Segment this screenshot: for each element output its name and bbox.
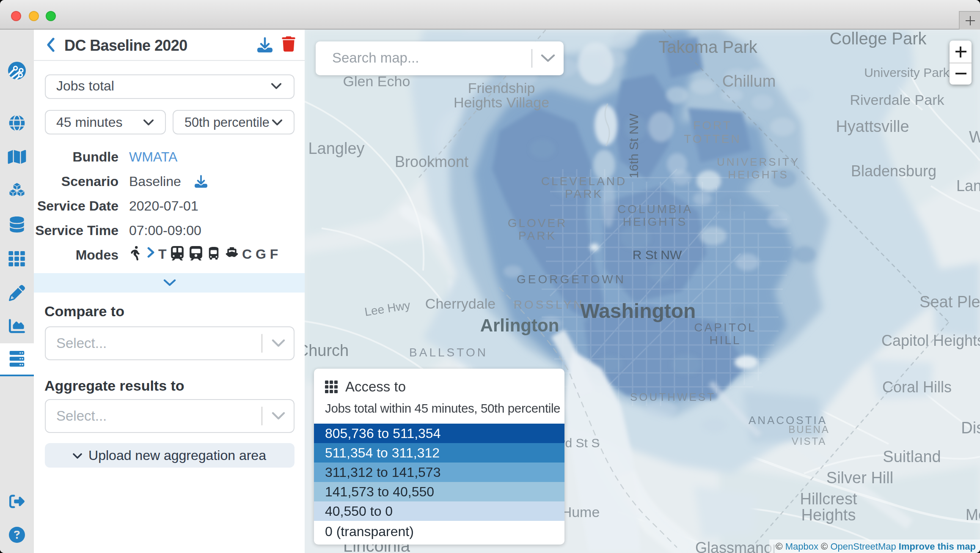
svg-text:GLOVER: GLOVER	[508, 216, 567, 230]
svg-text:HILL: HILL	[709, 334, 741, 347]
svg-text:16th St NW: 16th St NW	[627, 113, 641, 178]
svg-text:Glen Echo: Glen Echo	[343, 73, 410, 89]
svg-text:Land: Land	[956, 177, 980, 194]
svg-text:CAPITOL: CAPITOL	[694, 321, 756, 334]
svg-text:BUENA: BUENA	[788, 424, 830, 435]
svg-text:Cherrydale: Cherrydale	[425, 296, 496, 312]
svg-text:Riverdale Park: Riverdale Park	[850, 92, 945, 108]
svg-text:Brookmont: Brookmont	[395, 153, 468, 170]
svg-text:TOTTEN: TOTTEN	[684, 132, 741, 145]
svg-text:R St NW: R St NW	[633, 248, 682, 262]
svg-text:COLUMBIA: COLUMBIA	[617, 203, 693, 216]
svg-text:HEIGHTS: HEIGHTS	[728, 168, 789, 181]
svg-text:SOUTHWEST: SOUTHWEST	[630, 391, 716, 403]
svg-text:GEORGETOWN: GEORGETOWN	[517, 273, 626, 286]
svg-text:Suitland: Suitland	[883, 448, 941, 465]
svg-text:Church: Church	[305, 342, 349, 359]
svg-text:Takoma Park: Takoma Park	[658, 38, 757, 56]
svg-text:UNIVERSITY: UNIVERSITY	[717, 156, 800, 168]
svg-text:Arlington: Arlington	[480, 315, 559, 335]
svg-text:W: W	[969, 128, 980, 146]
svg-text:VISTA: VISTA	[792, 435, 827, 447]
svg-text:Bladensburg: Bladensburg	[851, 162, 936, 180]
svg-text:Dist: Dist	[961, 419, 980, 437]
svg-text:PARK: PARK	[518, 229, 556, 242]
svg-text:College Park: College Park	[829, 30, 927, 48]
svg-text:Coral Hills: Coral Hills	[882, 378, 952, 396]
svg-text:BALLSTON: BALLSTON	[409, 346, 488, 359]
svg-text:Glassmanor: Glassmanor	[695, 539, 777, 553]
svg-text:Mo: Mo	[966, 506, 980, 523]
svg-text:Friendship: Friendship	[468, 80, 535, 96]
svg-text:CLEVELAND: CLEVELAND	[541, 175, 627, 188]
svg-text:Heights: Heights	[801, 506, 856, 524]
svg-text:ROSSLYN: ROSSLYN	[514, 298, 584, 311]
svg-text:Silver Hill: Silver Hill	[826, 469, 893, 487]
svg-text:Washington: Washington	[581, 300, 696, 322]
svg-text:Seat Pleas: Seat Pleas	[919, 293, 980, 311]
svg-text:Capitol Heights: Capitol Heights	[881, 332, 980, 349]
svg-text:PARK: PARK	[565, 187, 603, 200]
svg-text:Heights Village: Heights Village	[454, 94, 549, 110]
svg-text:Hillcrest: Hillcrest	[800, 490, 857, 508]
svg-text:FORT: FORT	[693, 119, 732, 132]
svg-text:Hume: Hume	[562, 504, 600, 520]
svg-text:University Park: University Park	[864, 66, 950, 79]
svg-text:Langley: Langley	[308, 140, 364, 157]
svg-text:Chillum: Chillum	[722, 72, 776, 90]
svg-text:HEIGHTS: HEIGHTS	[623, 215, 687, 228]
svg-text:Hyattsville: Hyattsville	[836, 118, 909, 135]
